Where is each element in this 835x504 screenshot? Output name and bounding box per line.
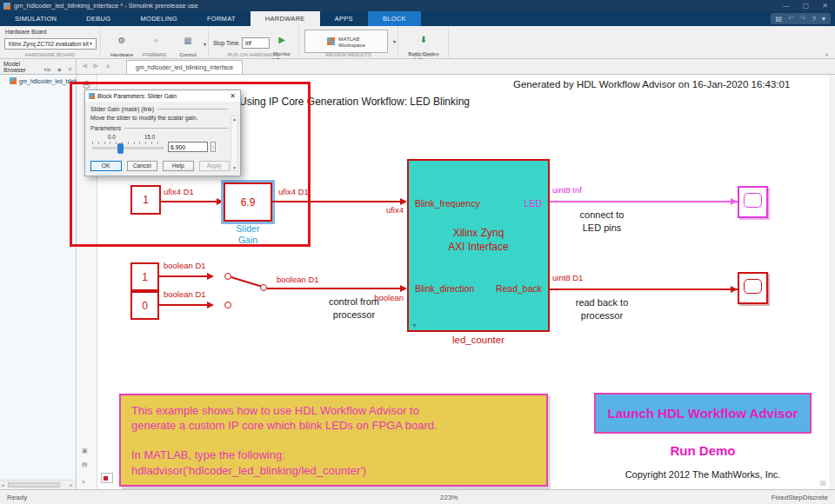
tree-item-model[interactable]: gm_hdlcoder_led_blinking_i bbox=[0, 75, 76, 84]
forward-icon[interactable]: ▶ bbox=[93, 62, 98, 70]
chevron-down-icon[interactable]: ▾ bbox=[204, 41, 206, 47]
mask-label: Slider Gain (mask) (link) bbox=[90, 106, 154, 112]
gain-slider[interactable] bbox=[92, 147, 164, 149]
viewmarks-icon[interactable]: ▤ bbox=[82, 461, 88, 468]
scroll-right-icon[interactable]: ▸ bbox=[70, 482, 72, 487]
stop-time-label: Stop Time bbox=[213, 40, 238, 46]
tab-block[interactable]: BLOCK bbox=[368, 11, 421, 26]
led-counter-block[interactable]: Blink_frequency LED Blink_direction Read… bbox=[407, 159, 550, 332]
ok-button[interactable]: OK bbox=[90, 161, 122, 171]
tab-modeling[interactable]: MODELING bbox=[125, 11, 191, 26]
run-demo-link[interactable]: Run Demo bbox=[594, 443, 812, 458]
monitor-tune-button[interactable]: ▶ Monitor & Tune ▾ bbox=[266, 29, 297, 63]
arrowhead-icon bbox=[731, 198, 738, 205]
tab-format[interactable]: FORMAT bbox=[192, 11, 250, 26]
dock-options-icon[interactable]: ▾⊞ bbox=[43, 67, 50, 72]
help-icon[interactable]: ? bbox=[812, 13, 816, 24]
close-icon[interactable]: ✕ bbox=[230, 92, 236, 100]
redo-icon[interactable]: ↷ bbox=[800, 13, 806, 24]
close-icon[interactable]: ✕ bbox=[68, 67, 72, 72]
tab-debug[interactable]: DEBUG bbox=[71, 11, 125, 26]
chevron-down-icon: ▼ bbox=[89, 39, 93, 49]
dialog-title: Block Parameters: Slider Gain bbox=[97, 93, 230, 99]
ribbon: Hardware Board Xilinx Zynq ZC702 evaluat… bbox=[0, 26, 835, 59]
subsystem-arrow-icon[interactable]: ▼ bbox=[411, 322, 418, 328]
document-bar: Model Browser ▾⊞ ◆ ✕ ◀ ▶ ▲ gm_hdlcoder_l… bbox=[0, 59, 835, 75]
horizontal-scrollbar[interactable]: ◂ ▸ bbox=[0, 480, 76, 489]
status-bar: Ready 223% FixedStepDiscrete bbox=[0, 489, 835, 504]
chevron-down-icon[interactable]: ▾ bbox=[393, 38, 396, 44]
restore-icon[interactable]: ▢ bbox=[803, 0, 810, 11]
section-deploy: ⬇ Build, Deploy & Start ▾ DEPLOY bbox=[398, 26, 449, 58]
tab-apps[interactable]: APPS bbox=[320, 11, 368, 26]
scope-block[interactable] bbox=[738, 186, 768, 218]
cancel-button[interactable]: Cancel bbox=[127, 161, 158, 171]
generated-note: Generated by HDL Workflow Advisor on 16-… bbox=[513, 79, 790, 90]
dialog-description: Move the slider to modify the scalar gai… bbox=[90, 115, 228, 121]
constant-block[interactable]: 0 bbox=[130, 291, 159, 320]
outport-label: Read_back bbox=[496, 283, 542, 294]
document-tab[interactable]: gm_hdlcoder_led_blinking_interface bbox=[126, 60, 243, 74]
chevron-down-icon[interactable]: ▾ bbox=[822, 13, 825, 24]
signal-wire bbox=[550, 288, 738, 290]
scope-block[interactable] bbox=[738, 272, 768, 304]
arrowhead-icon bbox=[731, 286, 738, 293]
build-deploy-button[interactable]: ⬇ Build, Deploy & Start ▾ bbox=[402, 29, 445, 63]
slider-ticks bbox=[92, 142, 164, 144]
save-icon[interactable]: ▤ bbox=[776, 13, 783, 24]
section-prepare: ⚙ Hardware Settings ⌖ Test Point ▦ Contr… bbox=[101, 26, 209, 58]
scroll-left-icon[interactable]: ◂ bbox=[2, 482, 4, 487]
simulink-icon bbox=[3, 3, 10, 10]
zoom-level: 223% bbox=[440, 494, 458, 501]
example-note-box: This example shows how to use HDL Workfl… bbox=[119, 394, 548, 487]
switch-lever[interactable] bbox=[231, 276, 262, 287]
read-back-note: read back to processor bbox=[541, 296, 663, 322]
vertical-scrollbar[interactable] bbox=[830, 75, 835, 489]
back-icon[interactable]: ◀ bbox=[82, 62, 87, 70]
scope-screen-icon bbox=[744, 193, 762, 208]
switch-output-port[interactable] bbox=[260, 284, 267, 291]
signal-wire bbox=[550, 201, 738, 202]
collapse-browser-icon[interactable]: « bbox=[82, 479, 85, 485]
hardware-board-select[interactable]: Xilinx Zynq ZC702 evaluation kit ▼ bbox=[4, 38, 97, 50]
minimize-icon[interactable]: — bbox=[783, 0, 790, 11]
scrollbar-thumb[interactable] bbox=[8, 482, 60, 487]
gain-value-input[interactable] bbox=[168, 142, 208, 152]
scroll-down-icon[interactable]: ▼ bbox=[231, 165, 237, 170]
block-name-label: led_counter bbox=[407, 335, 550, 345]
signal-wire bbox=[267, 288, 400, 289]
block-parameters-dialog: Block Parameters: Slider Gain ✕ Slider G… bbox=[84, 90, 241, 176]
undo-icon[interactable]: ↶ bbox=[788, 13, 794, 24]
value-spinner[interactable]: | bbox=[210, 142, 216, 152]
deploy-arrow-icon: ⬇ bbox=[402, 35, 445, 45]
tab-simulation[interactable]: SIMULATION bbox=[0, 11, 71, 26]
close-icon[interactable]: ✕ bbox=[822, 0, 828, 11]
solver-label[interactable]: FixedStepDiscrete bbox=[772, 494, 828, 501]
snapshot-icon[interactable]: ▣ bbox=[82, 448, 88, 454]
ribbon-collapse-icon[interactable]: ▴ bbox=[825, 50, 828, 56]
launch-hdl-workflow-advisor-button[interactable]: Launch HDL Workflow Advisor bbox=[594, 393, 812, 434]
block-title-line: AXI Interface bbox=[409, 241, 548, 255]
help-button[interactable]: Help bbox=[163, 161, 194, 171]
apply-button[interactable]: Apply bbox=[199, 161, 230, 171]
simulink-badge-icon[interactable] bbox=[101, 473, 113, 483]
copyright-note: Copyright 2012 The MathWorks, Inc. bbox=[594, 469, 812, 480]
tab-hardware[interactable]: HARDWARE bbox=[250, 11, 320, 26]
dialog-scrollbar[interactable]: ▲ ▼ bbox=[230, 116, 238, 171]
dialog-title-bar[interactable]: Block Parameters: Slider Gain ✕ bbox=[85, 90, 240, 102]
switch-input-port[interactable] bbox=[224, 302, 231, 308]
editor-area: gm_hdlcoder_led_blinking_i ◂ ▸ ▣ ▤ « Gen… bbox=[0, 75, 835, 489]
slider-thumb[interactable] bbox=[117, 143, 124, 154]
window-title: gm_hdlcoder_led_blinking_interface * - S… bbox=[14, 2, 783, 10]
constant-block[interactable]: 1 bbox=[130, 262, 159, 291]
section-run-on-hardware: Stop Time ▶ Monitor & Tune ▾ RUN ON HARD… bbox=[209, 26, 299, 58]
pin-icon[interactable]: ◆ bbox=[57, 67, 62, 72]
ribbon-tab-strip: SIMULATION DEBUG MODELING FORMAT HARDWAR… bbox=[0, 11, 835, 26]
up-icon[interactable]: ▲ bbox=[104, 62, 111, 70]
scope-screen-icon bbox=[744, 279, 762, 294]
canvas-corner-icon[interactable]: ▦ bbox=[819, 479, 826, 487]
section-review-results: MATLAB Workspace ▾ REVIEW RESULTS bbox=[299, 26, 398, 58]
scroll-up-icon[interactable]: ▲ bbox=[231, 116, 237, 122]
matlab-workspace-button[interactable]: MATLAB Workspace bbox=[304, 30, 388, 53]
outport-label: LED bbox=[524, 198, 542, 209]
